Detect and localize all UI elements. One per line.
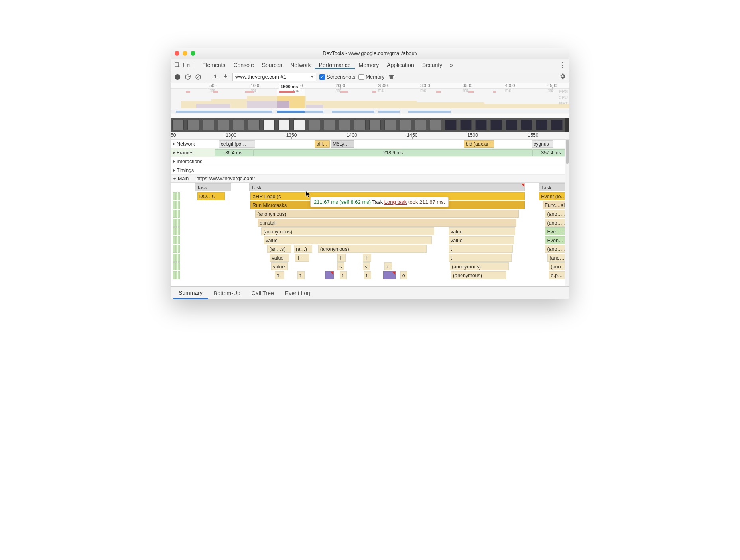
filmstrip-frame[interactable]: [277, 118, 292, 132]
filmstrip-frame[interactable]: [246, 118, 262, 132]
flame-event[interactable]: [173, 227, 175, 235]
flame-event[interactable]: (anonymous): [255, 210, 519, 218]
flame-event[interactable]: T: [295, 254, 309, 262]
flame-event[interactable]: s…: [363, 262, 370, 270]
vertical-scrollbar[interactable]: [565, 140, 569, 286]
chevron-right-icon[interactable]: [173, 151, 175, 154]
device-toolbar-icon[interactable]: [183, 61, 190, 69]
details-tab-event-log[interactable]: Event Log: [279, 287, 316, 299]
checkbox-checked-icon[interactable]: ✓: [319, 74, 325, 80]
chevron-right-icon[interactable]: [173, 142, 175, 146]
detail-ruler[interactable]: 1250 ms1300 ms1350 ms1400 ms1450 ms1500 …: [171, 132, 569, 140]
flame-event[interactable]: [173, 236, 175, 244]
flame-event[interactable]: e.install: [258, 219, 516, 227]
details-tab-summary[interactable]: Summary: [173, 287, 208, 299]
reload-button[interactable]: [184, 73, 191, 81]
filmstrip-frame[interactable]: [368, 118, 383, 132]
filmstrip-frame[interactable]: [201, 118, 216, 132]
flame-event[interactable]: [173, 192, 175, 200]
flame-event[interactable]: [178, 236, 180, 244]
filmstrip-frame[interactable]: [534, 118, 549, 132]
tab-memory[interactable]: Memory: [355, 62, 383, 68]
flame-event[interactable]: (anonymous): [318, 245, 427, 253]
flame-event[interactable]: i…: [384, 262, 392, 270]
flame-event[interactable]: (anonymous): [261, 227, 434, 235]
flame-event[interactable]: [178, 254, 180, 262]
flame-event[interactable]: [173, 254, 175, 262]
flame-event[interactable]: [178, 262, 180, 270]
flame-event[interactable]: value: [270, 254, 289, 262]
flame-event[interactable]: T: [337, 254, 346, 262]
filmstrip-frame[interactable]: [459, 118, 474, 132]
filmstrip-frame[interactable]: [428, 118, 443, 132]
flame-event[interactable]: [173, 271, 175, 279]
filmstrip-frame[interactable]: [292, 118, 307, 132]
close-window-button[interactable]: [175, 51, 179, 56]
filmstrip-frame[interactable]: [474, 118, 489, 132]
minimize-window-button[interactable]: [183, 51, 187, 56]
tab-performance[interactable]: Performance: [315, 62, 354, 69]
filmstrip-frame[interactable]: [398, 118, 413, 132]
filmstrip-frame[interactable]: [519, 118, 534, 132]
maximize-window-button[interactable]: [191, 51, 195, 56]
filmstrip-frame[interactable]: [337, 118, 352, 132]
details-tab-bottom-up[interactable]: Bottom-Up: [208, 287, 246, 299]
session-selector[interactable]: www.theverge.com #1: [232, 73, 316, 81]
details-tab-call-tree[interactable]: Call Tree: [246, 287, 279, 299]
network-request[interactable]: aHR0c: [315, 140, 330, 148]
flame-event[interactable]: e: [400, 271, 407, 279]
kebab-menu-icon[interactable]: ⋮: [559, 61, 566, 69]
flame-event[interactable]: [175, 236, 177, 244]
flame-event[interactable]: [173, 210, 175, 218]
overview-timeline[interactable]: 500 ms1000 ms1500 ms2000 ms2500 ms3000 m…: [171, 83, 569, 118]
flame-event[interactable]: Task: [249, 183, 525, 191]
chevron-right-icon[interactable]: [173, 169, 175, 172]
flame-event[interactable]: e: [275, 271, 284, 279]
filmstrip-frame[interactable]: [307, 118, 322, 132]
flame-event[interactable]: DO…C: [197, 192, 225, 200]
flame-event[interactable]: [178, 219, 180, 227]
download-profile-button[interactable]: [222, 73, 229, 81]
filmstrip-frame[interactable]: [489, 118, 504, 132]
flame-event[interactable]: value: [449, 236, 514, 244]
flame-event[interactable]: t: [297, 271, 305, 279]
filmstrip-frame[interactable]: [383, 118, 398, 132]
flame-event[interactable]: [178, 210, 180, 218]
flame-event[interactable]: [175, 201, 177, 209]
flame-event[interactable]: [178, 271, 180, 279]
flame-event[interactable]: value: [264, 236, 431, 244]
main-thread-section-header[interactable]: Main — https://www.theverge.com/: [171, 175, 569, 183]
flame-event[interactable]: [383, 271, 395, 279]
filmstrip-frame[interactable]: [443, 118, 459, 132]
inspect-element-icon[interactable]: [174, 61, 181, 69]
timings-track[interactable]: Timings: [171, 166, 569, 175]
overview-selection-label[interactable]: 1500 ms: [279, 83, 300, 90]
flame-event[interactable]: (anonymous): [451, 271, 506, 279]
flame-event[interactable]: T: [363, 254, 371, 262]
flame-event[interactable]: [175, 271, 177, 279]
settings-icon[interactable]: [559, 73, 566, 81]
flame-event[interactable]: [178, 192, 180, 200]
filmstrip-frame[interactable]: [231, 118, 246, 132]
frame-block[interactable]: 218.9 ms: [253, 149, 533, 156]
memory-toggle[interactable]: Memory: [358, 74, 384, 80]
tab-elements[interactable]: Elements: [198, 62, 229, 68]
flame-event[interactable]: t: [449, 254, 512, 262]
frame-block[interactable]: 36.4 ms: [215, 149, 253, 156]
flame-event[interactable]: [173, 245, 175, 253]
filmstrip-frame[interactable]: [262, 118, 277, 132]
filmstrip-frame[interactable]: [171, 118, 186, 132]
network-request[interactable]: M6Ly…: [331, 140, 354, 148]
chevron-right-icon[interactable]: [173, 160, 175, 163]
flame-event[interactable]: [178, 245, 180, 253]
flame-event[interactable]: [175, 254, 177, 262]
tab-console[interactable]: Console: [229, 62, 258, 68]
flame-event[interactable]: [178, 201, 180, 209]
flame-chart[interactable]: 211.67 ms (self 8.62 ms) Task Long task …: [171, 183, 569, 286]
frame-block[interactable]: 357.4 ms: [533, 149, 569, 156]
flame-event[interactable]: (anonymous): [450, 262, 509, 270]
clear-button[interactable]: [195, 73, 202, 81]
flame-event[interactable]: value: [271, 262, 288, 270]
flame-event[interactable]: t: [364, 271, 371, 279]
tab-security[interactable]: Security: [418, 62, 447, 68]
